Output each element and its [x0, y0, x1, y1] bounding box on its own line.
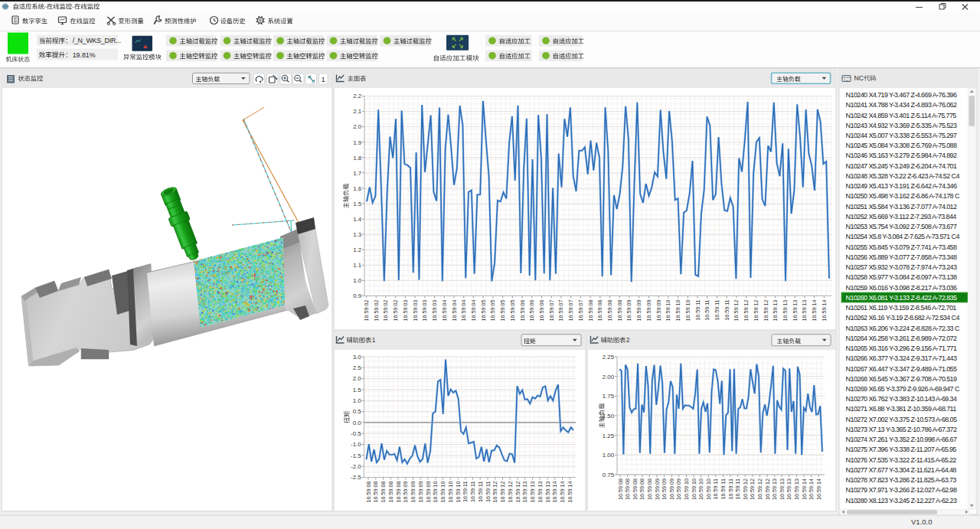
svg-text:16:59:04: 16:59:04	[470, 299, 477, 321]
svg-text:16:59:03: 16:59:03	[431, 299, 438, 321]
svg-text:16:59:12: 16:59:12	[743, 299, 750, 321]
svg-text:16:59:13: 16:59:13	[792, 299, 799, 321]
svg-text:16:59:13: 16:59:13	[793, 478, 800, 500]
svg-text:16:59:09: 16:59:09	[655, 299, 662, 321]
svg-text:16:59:12: 16:59:12	[733, 299, 740, 321]
svg-text:16:59:10: 16:59:10	[697, 478, 704, 500]
svg-text:N10271 X6.88 Y-3.381 Z-10.359: N10271 X6.88 Y-3.381 Z-10.359 A-68.711	[846, 405, 957, 413]
svg-text:N10270 X6.762 Y-3.383 Z-10.143: N10270 X6.762 Y-3.383 Z-10.143 A-69.34	[846, 395, 957, 403]
svg-text:2: 2	[626, 336, 630, 344]
svg-text:16:59:02: 16:59:02	[363, 299, 370, 321]
svg-text:16:59:10: 16:59:10	[683, 478, 690, 500]
svg-text:N10264 X6.258 Y-3.261 Z-8.989: N10264 X6.258 Y-3.261 Z-8.989 A-72.072	[846, 335, 957, 342]
svg-text:16:59:08: 16:59:08	[395, 482, 402, 503]
svg-text:16:59:09: 16:59:09	[675, 478, 682, 500]
svg-text:16:59:10: 16:59:10	[665, 299, 671, 321]
svg-text:16:59:09: 16:59:09	[410, 482, 416, 503]
svg-text:16:59:04: 16:59:04	[460, 299, 467, 321]
svg-text:16:59:14: 16:59:14	[808, 478, 815, 500]
svg-text:1.8: 1.8	[353, 155, 361, 162]
svg-text:1.7: 1.7	[353, 170, 361, 177]
svg-text:16:59:06: 16:59:06	[538, 299, 545, 321]
svg-text:16:59:13: 16:59:13	[779, 478, 786, 500]
svg-text:2.1: 2.1	[353, 108, 361, 115]
svg-text:16:59:08: 16:59:08	[587, 299, 594, 321]
svg-text:16:59:07: 16:59:07	[557, 299, 564, 321]
svg-text:N10265 X6.316 Y-3.296 Z-9.156: N10265 X6.316 Y-3.296 Z-9.156 A-71.771	[846, 345, 957, 352]
svg-text:16:59:12: 16:59:12	[507, 482, 514, 503]
svg-text:16:59:09: 16:59:09	[402, 482, 409, 503]
svg-text:N10251 X5.584 Y-3.136 Z-7.077: N10251 X5.584 Y-3.136 Z-7.077 A-74.012	[846, 203, 957, 211]
svg-text:16:59:11: 16:59:11	[704, 299, 710, 320]
svg-text:N10280 X8.123 Y-3.245 Z-12.227: N10280 X8.123 Y-3.245 Z-12.227 A-62.23	[846, 497, 957, 505]
svg-text:19.81%: 19.81%	[73, 51, 96, 59]
svg-text:0.5: 0.5	[353, 408, 362, 415]
svg-text:16:59:06: 16:59:06	[528, 299, 535, 321]
svg-text:N10258 X5.977 Y-3.084 Z-8.097: N10258 X5.977 Y-3.084 Z-8.097 A-73.138	[846, 273, 957, 281]
svg-text:16:59:10: 16:59:10	[684, 299, 691, 321]
svg-text:16:59:08: 16:59:08	[624, 478, 631, 500]
svg-text:16:59:12: 16:59:12	[742, 478, 749, 500]
svg-text:3.0: 3.0	[353, 354, 362, 361]
svg-text:16:59:11: 16:59:11	[462, 482, 469, 502]
svg-text:16:59:05: 16:59:05	[489, 299, 496, 321]
svg-text:-0.5: -0.5	[351, 430, 361, 437]
svg-text:1.2: 1.2	[353, 247, 361, 253]
svg-text:16:59:05: 16:59:05	[480, 299, 487, 321]
svg-text:N10277 X7.677 Y-3.304 Z-11.621: N10277 X7.677 Y-3.304 Z-11.621 A-64.48	[846, 466, 957, 474]
svg-text:16:59:10: 16:59:10	[455, 482, 462, 503]
svg-text:16:59:08: 16:59:08	[606, 299, 613, 321]
svg-text:N10259 X6.016 Y-3.098 Z-8.217: N10259 X6.016 Y-3.098 Z-8.217 A-73.036	[846, 284, 957, 292]
svg-text:1.00: 1.00	[603, 452, 615, 459]
svg-text:16:59:12: 16:59:12	[753, 299, 760, 321]
svg-text:N10273 X7.13 Y-3.365 Z-10.786: N10273 X7.13 Y-3.365 Z-10.786 A-67.372	[846, 426, 957, 433]
svg-text:16:59:14: 16:59:14	[551, 482, 558, 503]
svg-text:16:59:07: 16:59:07	[577, 299, 584, 321]
svg-text:16:59:08: 16:59:08	[616, 299, 623, 321]
svg-text:16:59:09: 16:59:09	[668, 478, 675, 500]
svg-text:N10269 X6.65 Y-3.379 Z-9.926 A: N10269 X6.65 Y-3.379 Z-9.926 A-69.947 C	[846, 385, 960, 393]
svg-text:16:59:09: 16:59:09	[635, 299, 642, 321]
svg-text:16:59:12: 16:59:12	[514, 482, 521, 503]
svg-text:16:59:14: 16:59:14	[811, 299, 818, 321]
svg-text:2.2: 2.2	[353, 93, 361, 100]
svg-text:16:59:08: 16:59:08	[646, 478, 653, 500]
svg-text:16:59:11: 16:59:11	[694, 299, 701, 320]
svg-text:V1.0.0: V1.0.0	[911, 518, 932, 526]
svg-text:16:59:13: 16:59:13	[801, 299, 808, 321]
svg-text:N10267 X6.447 Y-3.347 Z-9.489: N10267 X6.447 Y-3.347 Z-9.489 A-71.055	[846, 365, 957, 373]
svg-text:N10263 X6.206 Y-3.224 Z-8.828: N10263 X6.206 Y-3.224 Z-8.828 A-72.33 C	[846, 325, 960, 332]
svg-text:N10262 X6.16 Y-3.19 Z-8.682 A-: N10262 X6.16 Y-3.19 Z-8.682 A-72.534 C4	[846, 314, 960, 322]
svg-text:16:59:09: 16:59:09	[654, 478, 661, 500]
svg-text:/_N_WKS_DIR...: /_N_WKS_DIR...	[73, 37, 121, 44]
svg-text:N10252 X5.669 Y-3.112 Z-7.293: N10252 X5.669 Y-3.112 Z-7.293 A-73.844	[846, 213, 957, 220]
svg-text:N10276 X7.535 Y-3.322 Z-11.415: N10276 X7.535 Y-3.322 Z-11.415 A-65.22	[846, 456, 957, 464]
svg-text:16:59:09: 16:59:09	[626, 299, 632, 321]
svg-text:16:59:09: 16:59:09	[425, 482, 432, 503]
svg-text:16:59:13: 16:59:13	[771, 478, 778, 500]
svg-text:N10266 X6.377 Y-3.324 Z-9.317: N10266 X6.377 Y-3.324 Z-9.317 A-71.443	[846, 354, 957, 362]
svg-text:16:59:13: 16:59:13	[772, 299, 779, 321]
svg-text:16:59:06: 16:59:06	[519, 299, 526, 321]
svg-text:1.50: 1.50	[603, 413, 615, 420]
svg-text:16:59:09: 16:59:09	[645, 299, 652, 321]
svg-text:1.5: 1.5	[353, 201, 362, 207]
svg-text:16:59:08: 16:59:08	[596, 299, 603, 321]
svg-text:16:59:13: 16:59:13	[521, 482, 528, 503]
svg-text:-2.5: -2.5	[351, 474, 361, 481]
svg-text:1.4: 1.4	[353, 216, 362, 223]
svg-text:16:59:11: 16:59:11	[727, 478, 734, 499]
svg-text:16:59:07: 16:59:07	[548, 299, 555, 321]
svg-text:16:59:08: 16:59:08	[380, 482, 387, 503]
svg-text:-1.5: -1.5	[351, 452, 361, 459]
svg-text:N10250 X5.498 Y-3.162 Z-6.86 A: N10250 X5.498 Y-3.162 Z-6.86 A-74.178 C	[846, 192, 960, 200]
svg-text:1.25: 1.25	[603, 433, 615, 439]
svg-text:1.1: 1.1	[353, 262, 361, 269]
svg-text:N10261 X6.119 Y-3.159 Z-8.546: N10261 X6.119 Y-3.159 Z-8.546 A-72.701	[846, 304, 957, 312]
svg-text:16:59:10: 16:59:10	[675, 299, 681, 321]
svg-text:N10242 X4.859 Y-3.401 Z-5.114: N10242 X4.859 Y-3.401 Z-5.114 A-75.775	[846, 112, 957, 119]
svg-text:16:59:11: 16:59:11	[734, 478, 741, 499]
svg-text:16:59:08: 16:59:08	[639, 478, 645, 500]
svg-text:16:59:13: 16:59:13	[782, 299, 789, 321]
svg-text:N10274 X7.261 Y-3.352 Z-10.998: N10274 X7.261 Y-3.352 Z-10.998 A-66.67	[846, 436, 957, 443]
